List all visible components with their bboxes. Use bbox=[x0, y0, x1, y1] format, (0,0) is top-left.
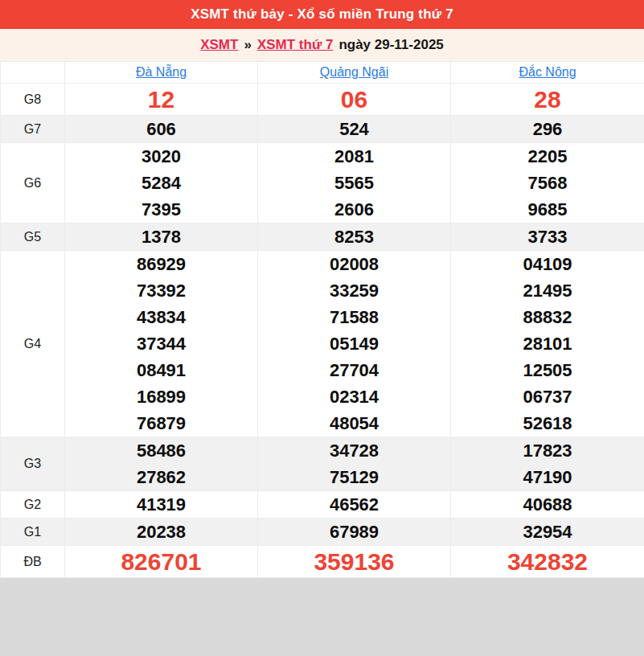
station-link-quang-ngai[interactable]: Quảng Ngãi bbox=[320, 65, 388, 79]
prize-value: 67989 bbox=[258, 519, 450, 545]
prize-value: 71588 bbox=[258, 304, 450, 330]
prize-value: 02314 bbox=[258, 383, 450, 410]
prize-value: 73392 bbox=[65, 277, 257, 304]
prize-value: 9685 bbox=[451, 196, 644, 223]
prize-value: 20238 bbox=[65, 519, 257, 545]
prize-label-db: ĐB bbox=[1, 546, 65, 578]
prize-value: 02008 bbox=[258, 251, 450, 277]
page-title: XSMT thứ bảy - Xổ số miền Trung thứ 7 bbox=[191, 6, 453, 23]
prize-label-g4: G4 bbox=[1, 251, 65, 437]
prize-value: 1378 bbox=[65, 223, 257, 250]
prize-label-g2: G2 bbox=[1, 491, 65, 519]
prize-value: 8253 bbox=[258, 223, 450, 250]
prize-value: 28101 bbox=[451, 330, 644, 357]
prize-value: 12505 bbox=[451, 357, 644, 383]
prize-value: 2081 bbox=[258, 143, 450, 170]
prize-label-g5: G5 bbox=[1, 223, 65, 251]
table-row: G8 12 06 28 bbox=[1, 84, 644, 116]
prize-value: 5284 bbox=[65, 170, 257, 196]
prize-label-g6: G6 bbox=[1, 143, 65, 223]
prize-label-g8: G8 bbox=[1, 84, 65, 116]
table-row: ĐB 826701 359136 342832 bbox=[1, 546, 644, 578]
prize-value: 5565 bbox=[258, 170, 450, 196]
prize-value: 58486 bbox=[65, 437, 257, 464]
prize-label-g1: G1 bbox=[1, 519, 65, 546]
prize-value: 27862 bbox=[65, 464, 257, 490]
prize-value: 43834 bbox=[65, 304, 257, 330]
prize-value: 06737 bbox=[451, 383, 644, 410]
prize-value: 342832 bbox=[451, 546, 644, 577]
table-header-row: Đà Nẵng Quảng Ngãi Đắc Nông bbox=[1, 62, 644, 84]
prize-value: 7395 bbox=[65, 196, 257, 223]
prize-value: 296 bbox=[451, 116, 644, 142]
prize-value: 46562 bbox=[258, 491, 450, 518]
prize-value: 17823 bbox=[451, 437, 644, 464]
prize-value: 3733 bbox=[451, 223, 644, 250]
prize-value: 76879 bbox=[65, 410, 257, 437]
station-link-dac-nong[interactable]: Đắc Nông bbox=[519, 65, 576, 79]
table-row: G1 20238 67989 32954 bbox=[1, 519, 644, 546]
table-row: G5 1378 8253 3733 bbox=[1, 223, 644, 251]
results-table: Đà Nẵng Quảng Ngãi Đắc Nông G8 12 06 28 … bbox=[0, 61, 644, 578]
breadcrumb-date-text: ngày 29-11-2025 bbox=[338, 37, 443, 53]
prize-value: 826701 bbox=[65, 546, 257, 577]
title-bar: XSMT thứ bảy - Xổ số miền Trung thứ 7 bbox=[0, 0, 644, 29]
prize-value: 86929 bbox=[65, 251, 257, 277]
prize-value: 12 bbox=[65, 84, 257, 115]
prize-value: 32954 bbox=[451, 519, 644, 545]
header-corner-cell bbox=[1, 62, 65, 84]
prize-value: 3020 bbox=[65, 143, 257, 170]
prize-value: 05149 bbox=[258, 330, 450, 357]
prize-value: 16899 bbox=[65, 383, 257, 410]
table-row: G7 606 524 296 bbox=[1, 116, 644, 143]
prize-value: 21495 bbox=[451, 277, 644, 304]
breadcrumb: XSMT » XSMT thứ 7 ngày 29-11-2025 bbox=[0, 29, 644, 61]
prize-value: 48054 bbox=[258, 410, 450, 437]
prize-value: 75129 bbox=[258, 464, 450, 490]
prize-value: 40688 bbox=[451, 491, 644, 518]
prize-value: 2205 bbox=[451, 143, 644, 170]
prize-value: 06 bbox=[258, 84, 450, 115]
table-row: G4 86929 73392 43834 37344 08491 16899 7… bbox=[1, 251, 644, 437]
prize-value: 47190 bbox=[451, 464, 644, 490]
prize-value: 27704 bbox=[258, 357, 450, 383]
prize-value: 33259 bbox=[258, 277, 450, 304]
prize-value: 359136 bbox=[258, 546, 450, 577]
station-link-da-nang[interactable]: Đà Nẵng bbox=[136, 65, 187, 79]
table-row: G6 3020 5284 7395 2081 5565 2606 2205 75… bbox=[1, 143, 644, 223]
prize-value: 7568 bbox=[451, 170, 644, 196]
prize-label-g3: G3 bbox=[1, 437, 65, 491]
breadcrumb-link-xsmt[interactable]: XSMT bbox=[200, 37, 238, 53]
prize-value: 34728 bbox=[258, 437, 450, 464]
prize-value: 08491 bbox=[65, 357, 257, 383]
prize-label-g7: G7 bbox=[1, 116, 65, 143]
table-row: G2 41319 46562 40688 bbox=[1, 491, 644, 519]
prize-value: 524 bbox=[258, 116, 450, 142]
breadcrumb-link-xsmt-thu-7[interactable]: XSMT thứ 7 bbox=[257, 37, 333, 53]
prize-value: 28 bbox=[451, 84, 644, 115]
prize-value: 41319 bbox=[65, 491, 257, 518]
prize-value: 37344 bbox=[65, 330, 257, 357]
prize-value: 88832 bbox=[451, 304, 644, 330]
prize-value: 606 bbox=[65, 116, 257, 142]
prize-value: 2606 bbox=[258, 196, 450, 223]
table-row: G3 58486 27862 34728 75129 17823 47190 bbox=[1, 437, 644, 491]
lottery-results-page: XSMT thứ bảy - Xổ số miền Trung thứ 7 XS… bbox=[0, 0, 644, 578]
prize-value: 04109 bbox=[451, 251, 644, 277]
breadcrumb-separator: » bbox=[244, 37, 251, 53]
prize-value: 52618 bbox=[451, 410, 644, 437]
